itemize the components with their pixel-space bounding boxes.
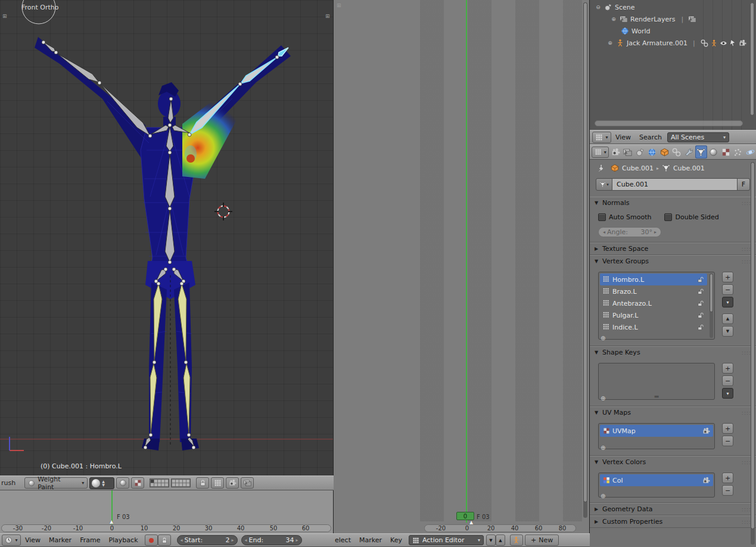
panel-grip-icon[interactable]: :::: [742, 200, 751, 206]
vertex-group-row[interactable]: Brazo.L [600, 285, 707, 297]
menu-select[interactable]: elect [334, 536, 355, 544]
menu-key[interactable]: Key [386, 536, 406, 544]
menu-search[interactable]: Search [635, 133, 666, 141]
region-expand-icon[interactable]: ⊞ [2, 13, 7, 19]
tab-material[interactable] [708, 145, 720, 158]
properties-v-scrollbar[interactable] [751, 162, 755, 545]
mode-dropdown[interactable]: Weight Paint ▾ [24, 477, 88, 489]
dopesheet-editor[interactable]: -20 0 20 40 60 80 0 ▲ F 03 ⊞ [334, 0, 590, 533]
tab-constraints[interactable] [671, 145, 683, 158]
add-hint-icon[interactable]: ⊕ [601, 396, 605, 402]
lock-button[interactable] [196, 477, 209, 489]
shape-keys-list[interactable]: ▬ ⊕ [598, 363, 715, 400]
uv-maps-list[interactable]: UVMap ⊕ [598, 423, 715, 449]
remove-vertex-color-button[interactable]: − [722, 485, 733, 496]
add-vertex-color-button[interactable]: + [722, 473, 733, 483]
spinner-down-button[interactable]: ▼ [486, 534, 496, 546]
shape-key-specials-button[interactable]: ▾ [722, 388, 733, 399]
region-expand-icon[interactable]: ⊞ [337, 2, 341, 8]
vertex-colors-list[interactable]: Col ⊕ [598, 473, 715, 498]
panel-header[interactable]: ▼ Normals :::: [590, 197, 756, 209]
panel-grip-icon[interactable]: :::: [742, 246, 751, 252]
spinner-up-button[interactable]: ▲ [496, 534, 505, 546]
spinner-down-icon[interactable]: ▼ [102, 483, 105, 487]
layers-widget[interactable] [171, 478, 191, 487]
panel-header[interactable]: ▶ Custom Properties :::: [590, 516, 756, 527]
breadcrumb-data[interactable]: Cube.001 [673, 164, 705, 172]
render-result-icon[interactable] [688, 15, 696, 23]
tab-render[interactable] [609, 145, 621, 158]
expand-icon[interactable]: ⊕ [610, 16, 617, 22]
panel-header[interactable]: ▶ Geometry Data :::: [590, 504, 756, 515]
camera-icon[interactable] [739, 39, 746, 47]
vertex-group-row[interactable]: Indice.L [600, 321, 707, 333]
panel-header[interactable]: ▶ Texture Space :::: [590, 243, 756, 254]
timeline-editor[interactable]: -30 -20 -10 0 10 20 30 40 50 60 ▲ F 03 [0, 490, 334, 533]
3d-viewport[interactable]: Front Ortho (0) Cube.001 : Hombro.L ⊞ ⊞ [0, 0, 334, 475]
menu-view[interactable]: View [21, 536, 45, 544]
layers-widget[interactable] [150, 478, 169, 487]
outliner[interactable]: ⊖ Scene ⊕ RenderLayers | World ⊕ Jack Ar… [590, 0, 756, 130]
remove-uv-map-button[interactable]: − [722, 436, 733, 446]
tab-modifiers[interactable] [683, 145, 695, 158]
panel-grip-icon[interactable]: :::: [742, 259, 751, 265]
display-mode-dropdown[interactable]: All Scenes ▾ [667, 132, 729, 142]
tab-physics[interactable] [744, 145, 756, 158]
marker-triangle-icon[interactable]: ▲ [110, 519, 113, 524]
pose-icon[interactable] [710, 39, 718, 47]
lock-icon[interactable] [697, 312, 704, 319]
brush-falloff-button[interactable] [116, 477, 129, 489]
dopesheet-playhead[interactable] [466, 0, 467, 523]
breadcrumb-object[interactable]: Cube.001 [622, 164, 654, 172]
editor-type-button[interactable]: ▾ [592, 132, 611, 143]
add-hint-icon[interactable]: ⊕ [601, 445, 605, 451]
tab-object-data[interactable] [695, 145, 707, 158]
remove-shape-key-button[interactable]: − [722, 375, 733, 386]
editor-type-button[interactable]: ▾ [592, 147, 609, 158]
region-expand-icon[interactable]: ⊞ [325, 13, 330, 19]
panel-grip-icon[interactable]: :::: [742, 410, 751, 416]
double-sided-checkbox[interactable] [664, 213, 672, 221]
uv-map-row[interactable]: UVMap [600, 425, 713, 437]
vertex-group-row[interactable]: Pulgar.L [600, 309, 707, 321]
autokey-button[interactable] [145, 534, 158, 546]
cursor-icon[interactable] [729, 39, 737, 47]
tab-scene[interactable] [634, 145, 646, 158]
brush-texture-button[interactable] [131, 477, 144, 489]
lock-icon[interactable] [697, 288, 704, 295]
render-opengl-button[interactable] [226, 477, 239, 489]
add-shape-key-button[interactable]: + [722, 363, 733, 374]
frame-end-field[interactable]: ◂ End: 34 ▸ [241, 535, 302, 545]
fake-user-button[interactable]: F [738, 178, 750, 191]
menu-view[interactable]: View [611, 133, 635, 141]
panel-grip-icon[interactable]: :::: [742, 459, 751, 465]
tab-particles[interactable] [732, 145, 744, 158]
keyingset-lock-button[interactable] [158, 534, 171, 546]
menu-playback[interactable]: Playback [104, 536, 142, 544]
datablock-name-field[interactable]: Cube.001 [612, 178, 738, 191]
auto-smooth-checkbox[interactable] [598, 213, 606, 221]
dopesheet-h-scrollbar[interactable] [424, 524, 576, 532]
expand-icon[interactable]: ⊕ [606, 40, 614, 46]
frame-start-field[interactable]: ◂ Start: 2 ▸ [177, 535, 238, 545]
vertex-group-specials-button[interactable]: ▾ [722, 297, 733, 307]
panel-grip-icon[interactable]: :::: [742, 506, 751, 512]
active-render-camera-icon[interactable] [702, 427, 710, 435]
dopesheet-v-scrollbar[interactable] [583, 2, 587, 518]
browse-mesh-button[interactable]: ▾ [596, 178, 612, 191]
add-hint-icon[interactable]: ⊕ [601, 493, 605, 499]
active-render-camera-icon[interactable] [702, 477, 710, 484]
add-hint-icon[interactable]: ⊕ [601, 335, 605, 341]
vertex-color-row[interactable]: Col [600, 474, 713, 486]
add-vertex-group-button[interactable]: + [722, 272, 733, 282]
link-icon[interactable] [701, 39, 708, 47]
panel-header[interactable]: ▼ Vertex Colors :::: [590, 456, 756, 468]
remove-vertex-group-button[interactable]: − [722, 284, 733, 295]
panel-grip-icon[interactable]: :::: [742, 519, 751, 525]
browse-action-button[interactable] [510, 534, 523, 546]
tab-render-layers[interactable] [622, 145, 634, 158]
editor-type-button[interactable]: ▾ [2, 534, 21, 546]
dopesheet-mode-dropdown[interactable]: Action Editor ▾ [409, 535, 484, 545]
list-resize-grip[interactable]: ▬ [654, 393, 659, 399]
list-scrollbar[interactable] [710, 274, 713, 338]
